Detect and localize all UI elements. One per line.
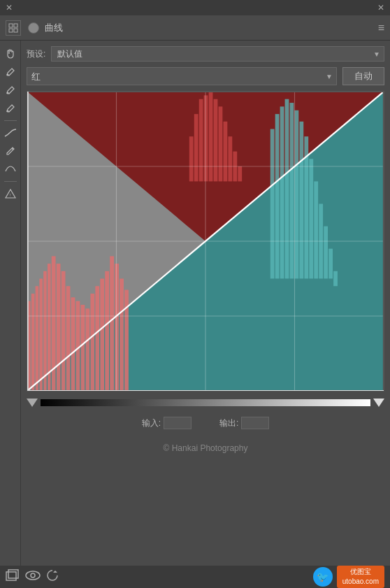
channel-select[interactable]: 红 绿 蓝 RGB — [27, 67, 337, 85]
close-icon[interactable]: ✕ — [6, 3, 13, 13]
svg-rect-2 — [9, 29, 13, 32]
svg-rect-56 — [333, 271, 338, 286]
svg-rect-33 — [194, 114, 198, 181]
watermark-text: © Hankai Photography — [164, 443, 248, 453]
svg-rect-38 — [219, 106, 223, 181]
svg-rect-19 — [66, 286, 71, 391]
svg-rect-26 — [100, 279, 104, 392]
bottom-bar: 🐦 优图宝 utobao.com — [0, 566, 390, 588]
channel-row: 红 绿 蓝 RGB ▼ 自动 — [27, 67, 384, 85]
svg-rect-24 — [90, 294, 94, 391]
twitter-icon: 🐦 — [313, 567, 333, 587]
svg-text:!: ! — [9, 193, 10, 197]
white-point-slider[interactable] — [373, 399, 384, 407]
svg-rect-36 — [209, 92, 213, 181]
right-content: 预设: 默认值 ▼ 红 绿 蓝 RGB ▼ 自动 — [21, 41, 390, 588]
slider-track[interactable] — [41, 399, 370, 406]
curve-container[interactable] — [27, 91, 384, 392]
tool-eyedropper3[interactable] — [3, 101, 18, 116]
svg-rect-31 — [124, 290, 129, 391]
black-point-slider[interactable] — [27, 399, 38, 407]
curve-svg — [27, 92, 384, 391]
svg-rect-25 — [95, 286, 99, 391]
svg-rect-11 — [31, 294, 35, 391]
layer-bottom-icon[interactable] — [6, 569, 20, 585]
panel-header: 曲线 ≡ — [0, 15, 390, 41]
top-bar: ✕ ✕ — [0, 0, 390, 15]
io-row: 输入: 输出: — [27, 414, 384, 432]
svg-marker-71 — [53, 571, 57, 573]
output-value[interactable] — [241, 417, 269, 429]
svg-rect-44 — [275, 114, 280, 278]
preset-label: 预设: — [27, 48, 45, 60]
tool-smooth[interactable] — [3, 162, 18, 177]
svg-rect-45 — [280, 106, 284, 278]
svg-rect-18 — [62, 271, 66, 391]
svg-rect-46 — [285, 99, 289, 279]
svg-point-69 — [26, 571, 40, 580]
svg-rect-43 — [270, 129, 275, 279]
svg-rect-14 — [43, 271, 47, 391]
auto-button[interactable]: 自动 — [342, 67, 384, 85]
output-group: 输出: — [219, 417, 269, 429]
svg-rect-40 — [228, 136, 232, 181]
svg-rect-42 — [238, 166, 242, 181]
svg-rect-23 — [85, 308, 89, 391]
tool-eyedropper2[interactable] — [3, 83, 18, 98]
svg-rect-27 — [105, 271, 109, 391]
grid-icon[interactable] — [6, 20, 21, 36]
input-label: 输入: — [142, 417, 161, 429]
bottom-icons — [6, 569, 59, 585]
svg-rect-67 — [6, 572, 16, 580]
tool-pencil[interactable] — [3, 143, 18, 159]
svg-rect-48 — [295, 110, 299, 279]
main-layout: ! 预设: 默认值 ▼ 红 绿 蓝 RGB — [0, 41, 390, 588]
svg-point-70 — [31, 573, 35, 578]
svg-point-6 — [6, 110, 8, 113]
preset-row: 预设: 默认值 ▼ — [27, 46, 384, 62]
panel-menu-icon[interactable]: ≡ — [378, 22, 384, 34]
eye-icon[interactable] — [25, 570, 41, 584]
svg-rect-32 — [189, 136, 194, 181]
tool-warning[interactable]: ! — [3, 186, 18, 201]
svg-rect-30 — [120, 279, 124, 392]
svg-rect-22 — [81, 305, 85, 391]
svg-rect-29 — [115, 264, 119, 391]
svg-rect-47 — [290, 103, 294, 278]
svg-point-4 — [6, 74, 8, 76]
left-toolbar: ! — [0, 41, 21, 588]
svg-rect-13 — [39, 279, 43, 392]
slider-row — [27, 397, 384, 408]
tool-eyedropper1[interactable] — [3, 64, 18, 80]
tool-hand[interactable] — [3, 46, 18, 62]
tool-curve[interactable] — [3, 125, 18, 141]
svg-rect-55 — [328, 249, 333, 279]
layer-icon[interactable] — [27, 21, 41, 35]
svg-rect-52 — [314, 181, 318, 278]
preset-select-wrapper: 默认值 ▼ — [51, 46, 384, 62]
svg-rect-21 — [76, 301, 80, 391]
svg-point-5 — [6, 92, 8, 94]
expand-icon[interactable]: ✕ — [377, 3, 384, 13]
input-group: 输入: — [142, 417, 192, 429]
output-label: 输出: — [219, 417, 238, 429]
svg-rect-37 — [214, 99, 218, 182]
input-value[interactable] — [164, 417, 192, 429]
svg-rect-51 — [309, 159, 313, 278]
panel-title-area: 曲线 — [6, 20, 63, 36]
svg-rect-34 — [199, 99, 203, 182]
svg-rect-39 — [224, 122, 228, 182]
refresh-icon[interactable] — [46, 569, 59, 585]
svg-rect-54 — [324, 227, 328, 279]
logo-text: 优图宝 utobao.com — [337, 566, 384, 588]
svg-rect-3 — [14, 29, 17, 32]
svg-rect-1 — [14, 24, 17, 27]
svg-rect-28 — [110, 256, 114, 391]
panel-title: 曲线 — [45, 22, 63, 34]
logo-badge: 🐦 优图宝 utobao.com — [313, 566, 384, 588]
preset-select[interactable]: 默认值 — [51, 46, 384, 62]
svg-rect-20 — [71, 297, 75, 391]
toolbar-separator2 — [4, 181, 17, 182]
svg-rect-0 — [9, 24, 13, 27]
svg-rect-12 — [36, 286, 39, 391]
